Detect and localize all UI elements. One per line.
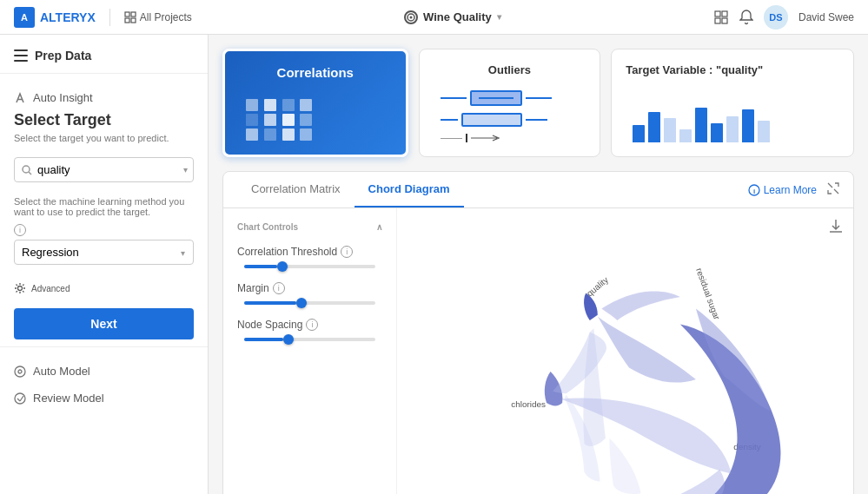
quality-label: quality	[585, 275, 610, 299]
content-body: Chart Controls ∧ Correlation Threshold i	[223, 208, 853, 494]
insight-cards-row: Correlations	[222, 49, 854, 157]
slider-thumb[interactable]	[277, 261, 288, 272]
auto-insight-label: Auto Insight	[33, 91, 93, 104]
prep-data-label: Prep Data	[35, 49, 91, 63]
svg-point-14	[23, 166, 30, 173]
select-target-title: Select Target	[0, 111, 208, 133]
correlation-info-icon[interactable]: i	[341, 246, 353, 258]
project-chevron[interactable]: ▾	[497, 12, 501, 22]
search-icon	[22, 165, 32, 175]
sidebar-item-review-model[interactable]: Review Model	[0, 385, 208, 412]
svg-rect-1	[131, 12, 136, 16]
chord-arc-quality	[584, 293, 598, 320]
corr-illustration	[246, 99, 315, 141]
margin-slider[interactable]	[237, 301, 382, 305]
node-spacing-group: Node Spacing i	[237, 319, 382, 341]
svg-rect-12	[14, 60, 28, 62]
topnav: A ALTERYX All Projects Wine Quality ▾ DS…	[0, 0, 868, 35]
ml-info-icon[interactable]: i	[14, 224, 26, 236]
svg-rect-0	[125, 12, 129, 16]
chlorides-label: chlorides	[511, 399, 546, 409]
chord-ribbon-9	[609, 438, 640, 494]
content-area: Correlation Matrix Chord Diagram i Learn…	[222, 171, 854, 494]
alteryx-logo-icon: A	[14, 7, 35, 28]
next-button[interactable]: Next	[14, 308, 194, 339]
user-avatar[interactable]: DS	[764, 5, 788, 30]
svg-point-5	[410, 16, 413, 18]
chart-controls-collapse[interactable]: ∧	[376, 222, 382, 232]
margin-info-icon[interactable]: i	[273, 282, 285, 294]
download-button[interactable]	[829, 219, 843, 238]
review-model-icon	[14, 392, 26, 405]
gear-icon	[14, 282, 26, 294]
advanced-label: Advanced	[31, 284, 70, 293]
select-target-desc: Select the target you want to predict.	[0, 133, 208, 154]
advanced-button[interactable]: Advanced	[0, 275, 208, 301]
sidebar-item-auto-model[interactable]: Auto Model	[0, 358, 208, 385]
outlier-illustration	[434, 90, 586, 142]
chord-ribbon-2	[598, 317, 696, 383]
target-variable-card[interactable]: Target Variable : "quality"	[611, 49, 854, 157]
slider-track-margin	[244, 301, 375, 305]
all-projects-link[interactable]: All Projects	[124, 11, 192, 23]
svg-point-16	[18, 287, 23, 291]
select-target-section: Select Target Select the target you want…	[0, 111, 208, 157]
learn-more-button[interactable]: i Learn More	[748, 184, 817, 196]
correlation-slider[interactable]	[237, 265, 382, 268]
target-search-box[interactable]: ▾	[14, 157, 194, 182]
auto-model-label: Auto Model	[33, 365, 90, 378]
node-spacing-info-icon[interactable]: i	[306, 319, 318, 331]
ml-method-select[interactable]: Regression Classification	[14, 240, 194, 265]
target-bar-illustration	[626, 103, 839, 142]
margin-group: Margin i	[237, 282, 382, 305]
target-variable-title: Target Variable : "quality"	[626, 63, 839, 76]
user-initials: DS	[769, 12, 782, 23]
correlations-card[interactable]: Correlations	[222, 49, 408, 157]
content-tabs: Correlation Matrix Chord Diagram i Learn…	[223, 172, 853, 208]
sidebar-footer: Auto Model Review Model	[0, 346, 208, 412]
project-title: Wine Quality ▾	[404, 10, 501, 24]
svg-rect-10	[14, 49, 28, 51]
outliers-title: Outliers	[434, 63, 586, 76]
learn-more-label: Learn More	[764, 184, 817, 196]
slider-thumb-margin[interactable]	[296, 298, 307, 308]
auto-insight-icon	[14, 92, 26, 104]
project-name: Wine Quality	[423, 10, 492, 23]
ml-method-select-wrapper[interactable]: Regression Classification ▾	[14, 240, 194, 265]
chord-svg: quality residual sugar chlorides density…	[411, 222, 839, 494]
svg-text:i: i	[753, 188, 755, 195]
outliers-card[interactable]: Outliers	[419, 49, 601, 157]
svg-rect-9	[722, 18, 727, 23]
sidebar-prep-data: Prep Data	[0, 49, 208, 74]
chord-diagram-area: quality residual sugar chlorides density…	[397, 208, 853, 494]
correlation-threshold-label: Correlation Threshold i	[237, 246, 382, 258]
svg-point-19	[15, 393, 25, 404]
main-layout: Prep Data Auto Insight Select Target Sel…	[0, 35, 868, 494]
logo[interactable]: A ALTERYX	[14, 7, 96, 28]
ml-method-desc: Select the machine learning method you w…	[0, 193, 208, 224]
prep-data-icon	[14, 49, 28, 62]
slider-track-spacing	[244, 338, 375, 341]
nav-center: Wine Quality ▾	[206, 10, 699, 24]
svg-rect-11	[14, 55, 28, 56]
node-spacing-slider[interactable]	[237, 338, 382, 341]
tab-correlation-matrix[interactable]: Correlation Matrix	[237, 172, 354, 207]
logo-text: ALTERYX	[40, 10, 96, 24]
sidebar-item-auto-insight[interactable]: Auto Insight	[0, 84, 208, 111]
settings-icon[interactable]	[713, 10, 729, 25]
main-content: Correlations	[209, 35, 868, 494]
target-search-input[interactable]	[37, 163, 183, 176]
svg-line-15	[29, 172, 31, 175]
chevron-down-icon: ▾	[183, 165, 188, 175]
slider-track	[244, 265, 375, 268]
slider-thumb-spacing[interactable]	[283, 334, 294, 345]
bell-icon[interactable]	[739, 10, 753, 25]
svg-line-21	[20, 396, 23, 401]
topnav-right: DS David Swee	[713, 5, 854, 30]
expand-icon[interactable]	[827, 182, 839, 197]
svg-rect-6	[715, 11, 720, 16]
svg-rect-2	[125, 18, 129, 23]
chart-controls-title: Chart Controls	[237, 222, 298, 232]
chart-controls-header: Chart Controls ∧	[237, 222, 382, 232]
tab-chord-diagram[interactable]: Chord Diagram	[354, 172, 464, 207]
